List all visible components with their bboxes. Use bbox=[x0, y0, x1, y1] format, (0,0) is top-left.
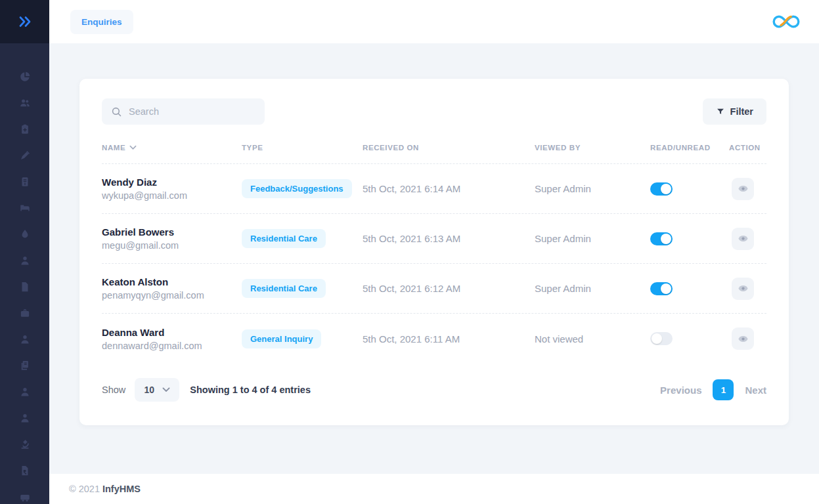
column-header-name[interactable]: NAME bbox=[102, 144, 242, 152]
viewed-by-value: Super Admin bbox=[535, 183, 591, 194]
lab-microscope-icon[interactable] bbox=[19, 438, 31, 450]
filter-funnel-icon bbox=[716, 107, 725, 116]
column-header-received-on[interactable]: RECEIVED ON bbox=[363, 144, 535, 152]
page-size-value: 10 bbox=[144, 385, 154, 395]
patients-users-icon[interactable] bbox=[19, 97, 31, 109]
enquiries-card: Filter NAME TYPE RECEIVED ON VIEWED BY R… bbox=[79, 79, 789, 425]
received-on-value: 5th Oct, 2021 6:12 AM bbox=[363, 283, 460, 294]
dashboard-pie-icon[interactable] bbox=[19, 71, 31, 83]
enquiry-name: Deanna Ward bbox=[102, 327, 202, 338]
vaccination-syringe-icon[interactable] bbox=[19, 150, 31, 161]
enquiry-name: Keaton Alston bbox=[102, 276, 204, 287]
enquiry-type-badge: Residential Care bbox=[242, 279, 326, 298]
search-input[interactable] bbox=[129, 106, 255, 117]
enquiry-name: Gabriel Bowers bbox=[102, 226, 179, 238]
enquiry-email: dennaward@gmail.com bbox=[102, 341, 202, 351]
toggle-knob bbox=[661, 284, 671, 294]
billing-invoice-icon[interactable] bbox=[19, 176, 31, 188]
chevron-down-icon bbox=[162, 387, 170, 392]
table-row: Deanna Ward dennaward@gmail.com General … bbox=[102, 314, 766, 364]
enquiry-email: penamyqyn@gmail.com bbox=[102, 290, 204, 301]
received-on-value: 5th Oct, 2021 6:13 AM bbox=[363, 233, 460, 244]
breadcrumb[interactable]: Enquiries bbox=[70, 10, 133, 34]
received-on-value: 5th Oct, 2021 6:14 AM bbox=[363, 183, 460, 194]
card-toolbar: Filter bbox=[102, 98, 766, 125]
doctor-icon[interactable] bbox=[19, 386, 31, 398]
show-label: Show bbox=[102, 385, 125, 395]
toggle-knob bbox=[652, 333, 662, 344]
toggle-knob bbox=[661, 184, 671, 194]
column-header-read-unread: READ/UNREAD bbox=[650, 144, 729, 152]
page-footer: © 2021InfyHMS bbox=[49, 474, 819, 504]
infinity-logo bbox=[771, 11, 801, 32]
view-action-button[interactable] bbox=[732, 327, 754, 350]
chevron-down-icon bbox=[129, 145, 137, 150]
prescription-rx-icon[interactable] bbox=[19, 465, 31, 476]
copyright-text: © 2021InfyHMS bbox=[69, 484, 141, 494]
filter-label: Filter bbox=[730, 106, 753, 117]
viewed-by-value: Not viewed bbox=[535, 333, 583, 345]
nurse-icon[interactable] bbox=[19, 255, 31, 266]
table-row: Keaton Alston penamyqyn@gmail.com Reside… bbox=[102, 264, 766, 314]
enquiry-email: megu@gmail.com bbox=[102, 240, 179, 251]
table-header: NAME TYPE RECEIVED ON VIEWED BY READ/UNR… bbox=[102, 131, 766, 164]
column-header-action: ACTION bbox=[729, 144, 766, 152]
enquiry-type-badge: General Inquiry bbox=[242, 329, 321, 348]
employee-icon[interactable] bbox=[19, 412, 31, 424]
main-content: Filter NAME TYPE RECEIVED ON VIEWED BY R… bbox=[49, 43, 819, 474]
viewed-by-value: Super Admin bbox=[535, 283, 591, 294]
column-header-viewed-by[interactable]: VIEWED BY bbox=[535, 144, 650, 152]
sidebar-nav bbox=[0, 43, 49, 504]
double-chevron-right-icon[interactable] bbox=[17, 14, 33, 29]
topbar: Enquiries bbox=[49, 0, 819, 43]
table-row: Gabriel Bowers megu@gmail.com Residentia… bbox=[102, 214, 766, 264]
brand-name: InfyHMS bbox=[102, 484, 141, 494]
table-footer: Show 10 Showing 1 to 4 of 4 entries Prev… bbox=[102, 378, 766, 402]
column-header-type[interactable]: TYPE bbox=[242, 144, 363, 152]
enquiry-type-badge: Feedback/Suggestions bbox=[242, 179, 352, 198]
toggle-knob bbox=[661, 234, 671, 244]
read-unread-toggle[interactable] bbox=[650, 332, 673, 345]
search-icon bbox=[111, 106, 122, 117]
document-icon[interactable] bbox=[19, 281, 31, 293]
pagination: Previous 1 Next bbox=[660, 379, 766, 400]
sidebar-header bbox=[0, 0, 49, 43]
read-unread-toggle[interactable] bbox=[650, 282, 673, 295]
ambulance-icon[interactable] bbox=[19, 491, 31, 503]
page-size-select[interactable]: 10 bbox=[135, 378, 179, 402]
cases-briefcase-icon[interactable] bbox=[19, 307, 31, 319]
view-action-button[interactable] bbox=[732, 278, 754, 300]
viewed-by-value: Super Admin bbox=[535, 233, 591, 244]
eye-icon bbox=[738, 183, 749, 194]
blood-bank-drop-icon[interactable] bbox=[19, 228, 31, 240]
read-unread-toggle[interactable] bbox=[650, 182, 673, 196]
accountant-icon[interactable] bbox=[19, 333, 31, 345]
read-unread-toggle[interactable] bbox=[650, 232, 673, 245]
search-box[interactable] bbox=[102, 98, 265, 125]
filter-button[interactable]: Filter bbox=[703, 98, 766, 125]
next-page-button[interactable]: Next bbox=[745, 385, 766, 396]
reports-documents-icon[interactable] bbox=[19, 360, 31, 371]
received-on-value: 5th Oct, 2021 6:11 AM bbox=[363, 333, 460, 345]
eye-icon bbox=[738, 283, 749, 294]
opd-clipboard-icon[interactable] bbox=[19, 123, 31, 135]
eye-icon bbox=[738, 233, 749, 244]
table-row: Wendy Diaz wykupa@gmail.com Feedback/Sug… bbox=[102, 164, 766, 214]
entries-summary: Showing 1 to 4 of 4 entries bbox=[190, 385, 311, 395]
table-body: Wendy Diaz wykupa@gmail.com Feedback/Sug… bbox=[102, 164, 766, 364]
enquiry-type-badge: Residential Care bbox=[242, 229, 326, 248]
enquiry-name: Wendy Diaz bbox=[102, 177, 187, 188]
view-action-button[interactable] bbox=[732, 228, 754, 250]
previous-page-button[interactable]: Previous bbox=[660, 385, 701, 396]
bed-management-icon[interactable] bbox=[19, 202, 31, 214]
enquiry-email: wykupa@gmail.com bbox=[102, 190, 187, 201]
eye-icon bbox=[738, 333, 749, 345]
view-action-button[interactable] bbox=[732, 178, 754, 200]
sidebar bbox=[0, 0, 49, 504]
current-page-button[interactable]: 1 bbox=[713, 379, 734, 400]
